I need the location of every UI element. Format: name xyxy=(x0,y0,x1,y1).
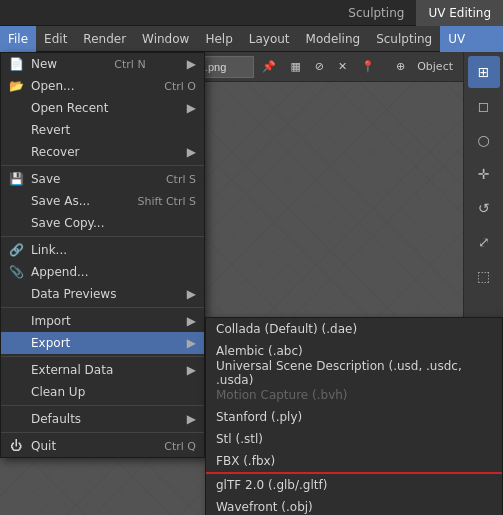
menu-item-help[interactable]: Help xyxy=(197,26,240,52)
menu-item-render[interactable]: Render xyxy=(75,26,134,52)
import-icon xyxy=(7,312,25,330)
toolbar-pin-icon[interactable]: 📌 xyxy=(256,55,282,79)
top-bar: Sculpting UV Editing xyxy=(0,0,503,26)
menu-recover[interactable]: Recover ▶ xyxy=(1,141,204,163)
menu-append[interactable]: 📎 Append... xyxy=(1,261,204,283)
export-stl[interactable]: Stl (.stl) xyxy=(206,428,502,450)
panel-icon-grid[interactable]: ⊞ xyxy=(468,56,500,88)
toolbar-object-label[interactable]: Object xyxy=(411,55,459,79)
revert-icon xyxy=(7,121,25,139)
submenu-arrow-new: ▶ xyxy=(187,57,196,71)
menu-quit[interactable]: ⏻ Quit Ctrl Q xyxy=(1,435,204,457)
separator-3 xyxy=(1,307,204,308)
export-motion-capture: Motion Capture (.bvh) xyxy=(206,384,502,406)
main-menu: File Edit Render Window Help Layout Mode… xyxy=(0,26,503,52)
separator-4 xyxy=(1,356,204,357)
circle-icon: ○ xyxy=(477,132,489,148)
save-as-icon xyxy=(7,192,25,210)
menu-external-data[interactable]: External Data ▶ xyxy=(1,359,204,381)
submenu-arrow-data: ▶ xyxy=(187,287,196,301)
clean-up-icon xyxy=(7,383,25,401)
new-icon: 📄 xyxy=(7,55,25,73)
toolbar-close-icon[interactable]: ✕ xyxy=(332,55,353,79)
menu-link[interactable]: 🔗 Link... xyxy=(1,239,204,261)
append-icon: 📎 xyxy=(7,263,25,281)
grid-icon: ⊞ xyxy=(478,64,490,80)
layout-tab-modeling[interactable]: Modeling xyxy=(298,26,369,52)
layout-tab-uv-editing[interactable]: UV Editing xyxy=(440,26,503,52)
header-right: ⊕ Object xyxy=(390,55,459,79)
separator-5 xyxy=(1,405,204,406)
defaults-icon xyxy=(7,410,25,428)
separator-2 xyxy=(1,236,204,237)
move-icon: ✛ xyxy=(478,166,490,182)
menu-save-as[interactable]: Save As... Shift Ctrl S xyxy=(1,190,204,212)
panel-icon-rotate[interactable]: ↺ xyxy=(468,192,500,224)
layout-tab-sculpting[interactable]: Sculpting xyxy=(368,26,440,52)
submenu-arrow-recent: ▶ xyxy=(187,101,196,115)
submenu-arrow-recover: ▶ xyxy=(187,145,196,159)
save-icon: 💾 xyxy=(7,170,25,188)
menu-item-window[interactable]: Window xyxy=(134,26,197,52)
separator-6 xyxy=(1,432,204,433)
submenu-arrow-defaults: ▶ xyxy=(187,412,196,426)
panel-icon-uv[interactable]: ◻ xyxy=(468,90,500,122)
menu-export[interactable]: Export ▶ xyxy=(1,332,204,354)
submenu-arrow-export: ▶ xyxy=(187,336,196,350)
submenu-arrow-import: ▶ xyxy=(187,314,196,328)
uv-icon: ◻ xyxy=(478,98,490,114)
data-previews-icon xyxy=(7,285,25,303)
menu-import[interactable]: Import ▶ xyxy=(1,310,204,332)
export-submenu: Collada (Default) (.dae) Alembic (.abc) … xyxy=(205,317,503,515)
link-icon: 🔗 xyxy=(7,241,25,259)
scale-icon: ⤢ xyxy=(478,234,490,250)
recover-icon xyxy=(7,143,25,161)
submenu-arrow-external: ▶ xyxy=(187,363,196,377)
open-recent-icon xyxy=(7,99,25,117)
toolbar-grid-icon[interactable]: ▦ xyxy=(284,55,306,79)
export-stanford[interactable]: Stanford (.ply) xyxy=(206,406,502,428)
export-icon xyxy=(7,334,25,352)
panel-icon-scale[interactable]: ⤢ xyxy=(468,226,500,258)
layout-tab-layout[interactable]: Layout xyxy=(241,26,298,52)
menu-new[interactable]: 📄 New Ctrl N ▶ xyxy=(1,53,204,75)
toolbar-pin2-icon[interactable]: 📍 xyxy=(355,55,381,79)
menu-open[interactable]: 📂 Open... Ctrl O xyxy=(1,75,204,97)
transform-icon: ⬚ xyxy=(477,268,490,284)
save-copy-icon xyxy=(7,214,25,232)
export-usd[interactable]: Universal Scene Description (.usd, .usdc… xyxy=(206,362,502,384)
panel-icon-move[interactable]: ✛ xyxy=(468,158,500,190)
menu-data-previews[interactable]: Data Previews ▶ xyxy=(1,283,204,305)
export-gltf[interactable]: glTF 2.0 (.glb/.gltf) xyxy=(206,474,502,496)
panel-icon-circle[interactable]: ○ xyxy=(468,124,500,156)
external-data-icon xyxy=(7,361,25,379)
tab-sculpting[interactable]: Sculpting xyxy=(336,0,416,26)
separator-1 xyxy=(1,165,204,166)
export-wavefront[interactable]: Wavefront (.obj) xyxy=(206,496,502,515)
toolbar-zoom-icon[interactable]: ⊕ xyxy=(390,55,411,79)
rotate-icon: ↺ xyxy=(478,200,490,216)
menu-defaults[interactable]: Defaults ▶ xyxy=(1,408,204,430)
menu-item-file[interactable]: File xyxy=(0,26,36,52)
menu-item-edit[interactable]: Edit xyxy=(36,26,75,52)
menu-save[interactable]: 💾 Save Ctrl S xyxy=(1,168,204,190)
open-icon: 📂 xyxy=(7,77,25,95)
menu-revert[interactable]: Revert xyxy=(1,119,204,141)
panel-icon-transform[interactable]: ⬚ xyxy=(468,260,500,292)
content-area: ☰ View Select Image 📌 ▦ ⊘ ✕ 📍 ⊕ Object ⊞… xyxy=(0,52,503,515)
workspace-tabs: Sculpting UV Editing xyxy=(336,0,503,26)
file-dropdown: 📄 New Ctrl N ▶ 📂 Open... Ctrl O Open Rec… xyxy=(0,52,205,458)
export-fbx[interactable]: FBX (.fbx) xyxy=(206,450,502,472)
menu-save-copy[interactable]: Save Copy... xyxy=(1,212,204,234)
quit-icon: ⏻ xyxy=(7,437,25,455)
export-collada[interactable]: Collada (Default) (.dae) xyxy=(206,318,502,340)
menu-open-recent[interactable]: Open Recent ▶ xyxy=(1,97,204,119)
tab-uv-editing[interactable]: UV Editing xyxy=(416,0,503,26)
toolbar-filter-icon[interactable]: ⊘ xyxy=(309,55,330,79)
menu-clean-up[interactable]: Clean Up xyxy=(1,381,204,403)
